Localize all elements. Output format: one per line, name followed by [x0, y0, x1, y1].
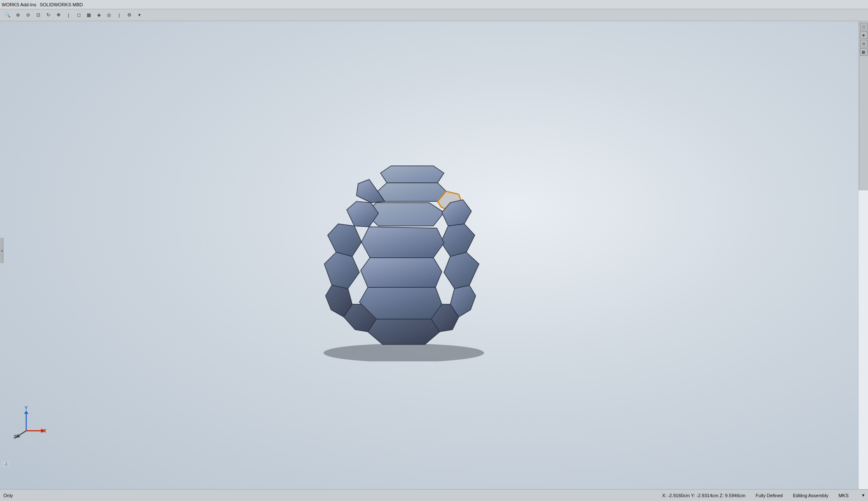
svg-marker-15 — [378, 183, 446, 201]
constraint-status: Fully Defined — [756, 493, 783, 498]
separator: | — [64, 11, 73, 19]
zoom-fit-icon[interactable]: ⊡ — [34, 11, 42, 19]
svg-text:Z: Z — [14, 434, 16, 439]
right-panel: ◻ ◈ ◎ ▦ — [859, 21, 868, 190]
left-panel-toggle[interactable]: ◂ — [0, 238, 3, 263]
model-3d — [294, 137, 514, 374]
menu-item-mbd[interactable]: SOLIDWORKS MBD — [40, 2, 83, 7]
page-number: -1 — [3, 461, 9, 467]
coordinates-display: X: -2.9160cm Y: -2.9314cm Z: 9.5946cm — [662, 493, 745, 498]
menu-bar: WORKS Add-Ins SOLIDWORKS MBD — [0, 0, 868, 9]
svg-text:X: X — [43, 428, 47, 433]
rotate-icon[interactable]: ↻ — [44, 11, 52, 19]
units-display: MKS — [838, 493, 849, 498]
settings-icon[interactable]: ⚙ — [125, 11, 134, 19]
render-icon[interactable]: ◎ — [105, 11, 113, 19]
svg-marker-1 — [368, 319, 440, 344]
svg-marker-7 — [361, 258, 442, 287]
pan-icon[interactable]: ✥ — [54, 11, 63, 19]
separator2: | — [115, 11, 123, 19]
section-view-icon[interactable]: ▦ — [85, 11, 93, 19]
svg-text:Y: Y — [25, 405, 28, 410]
more-icon[interactable]: ▾ — [135, 11, 144, 19]
right-panel-btn-2[interactable]: ◈ — [860, 31, 868, 39]
zoom-in-icon[interactable]: ⊕ — [14, 11, 22, 19]
menu-item-works[interactable]: WORKS Add-Ins — [2, 2, 36, 7]
svg-marker-19 — [381, 166, 444, 183]
status-bar: Only X: -2.9160cm Y: -2.9314cm Z: 9.5946… — [0, 489, 868, 501]
svg-point-0 — [323, 344, 484, 361]
zoom-icon[interactable]: 🔍 — [3, 11, 12, 19]
display-icon[interactable]: ◈ — [95, 11, 103, 19]
view-icon[interactable]: ◻ — [74, 11, 83, 19]
zoom-out-icon[interactable]: ⊖ — [24, 11, 32, 19]
svg-marker-8 — [324, 252, 359, 289]
right-panel-btn-3[interactable]: ◎ — [860, 40, 868, 47]
right-panel-btn-4[interactable]: ▦ — [860, 48, 868, 56]
right-panel-btn-1[interactable]: ◻ — [860, 23, 868, 30]
viewport[interactable]: Y X Z -1 — [0, 21, 859, 490]
svg-marker-10 — [328, 224, 361, 256]
axis-indicator: Y X Z — [13, 405, 47, 439]
svg-marker-9 — [444, 252, 479, 289]
toolbar: 🔍 ⊕ ⊖ ⊡ ↻ ✥ | ◻ ▦ ◈ ◎ | ⚙ ▾ — [0, 9, 868, 21]
units-arrow[interactable]: ▾ — [862, 493, 865, 498]
svg-marker-12 — [361, 227, 444, 258]
svg-marker-21 — [24, 410, 28, 414]
svg-marker-11 — [441, 224, 475, 256]
svg-marker-6 — [359, 287, 442, 319]
view-mode-label: Only — [3, 493, 13, 498]
editing-mode: Editing Assembly — [793, 493, 828, 498]
